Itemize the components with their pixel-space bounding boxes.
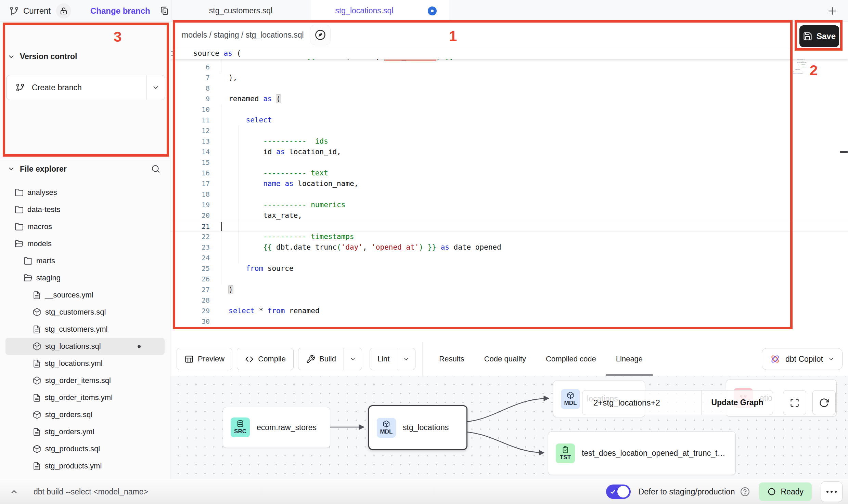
folder-open-icon — [24, 274, 33, 282]
file-item-stg_products.sql[interactable]: stg_products.sql — [5, 440, 165, 457]
file-icon — [33, 359, 41, 368]
fullscreen-button[interactable] — [783, 390, 806, 415]
code-rows: 5 select * from {{ source('ecom', 'raw_s… — [170, 48, 848, 327]
editor-pane: models / staging / stg_locations.sql Sav… — [170, 22, 848, 342]
build-button[interactable]: Build — [298, 348, 362, 370]
lineage-node-stg-locations[interactable]: MDL stg_locations — [368, 405, 467, 450]
file-item-stg_orders.sql[interactable]: stg_orders.sql — [5, 406, 165, 423]
toolbar-separator — [422, 342, 423, 376]
change-branch-link[interactable]: Change branch — [90, 6, 150, 16]
lint-dropdown[interactable] — [397, 348, 415, 370]
preview-button[interactable]: Preview — [177, 348, 232, 370]
chevron-up-icon[interactable] — [10, 487, 18, 496]
file-list: analysesdata-testsmacrosmodelsmartsstagi… — [0, 184, 170, 475]
version-control-header[interactable]: Version control — [8, 52, 77, 61]
lineage-node-test[interactable]: TST test_does_location_opened_at_trunc_t… — [548, 432, 736, 475]
branch-locked-pill — [56, 3, 71, 18]
status-badge[interactable]: Ready — [759, 482, 812, 501]
file-icon — [33, 394, 41, 402]
panel-tab-lineage[interactable]: Lineage — [616, 342, 643, 376]
compile-button[interactable]: Compile — [237, 348, 294, 370]
dbt-copilot-button[interactable]: dbt Copilot — [762, 348, 843, 370]
cube-icon — [383, 420, 390, 428]
create-branch-button[interactable]: Create branch — [6, 75, 165, 100]
file-item-stg_customers.sql[interactable]: stg_customers.sql — [5, 304, 165, 321]
lineage-controls-bar: 2+stg_locations+2 Update Graph — [582, 390, 773, 415]
check-icon — [609, 488, 616, 495]
file-item-stg_customers.yml[interactable]: stg_customers.yml — [5, 321, 165, 338]
file-item-analyses[interactable]: analyses — [5, 184, 165, 201]
folder-icon — [15, 222, 24, 231]
more-options-button[interactable] — [821, 481, 843, 502]
command-input[interactable]: dbt build --select <model_name> — [34, 487, 148, 496]
file-item-macros[interactable]: macros — [5, 218, 165, 235]
database-icon — [236, 420, 244, 427]
search-icon[interactable] — [151, 164, 160, 174]
help-icon[interactable] — [740, 487, 750, 497]
sidebar-divider — [0, 161, 170, 161]
panel-tab-compiled-code[interactable]: Compiled code — [546, 342, 596, 376]
lint-button[interactable]: Lint — [370, 348, 415, 370]
panel-resize-handle[interactable] — [840, 151, 848, 153]
node-label: ecom.raw_stores — [257, 423, 317, 432]
build-dropdown[interactable] — [344, 348, 362, 370]
unsaved-indicator-dot — [428, 6, 437, 15]
file-item-models[interactable]: models — [5, 235, 165, 252]
file-item-__sources.yml[interactable]: __sources.yml — [5, 287, 165, 304]
file-icon — [33, 325, 41, 334]
git-branch-icon — [15, 83, 25, 92]
folder-icon — [15, 188, 24, 197]
file-item-stg_order_items.yml[interactable]: stg_order_items.yml — [5, 389, 165, 406]
create-branch-label: Create branch — [32, 83, 82, 92]
defer-toggle[interactable] — [606, 485, 631, 499]
model-badge: MDL — [377, 418, 396, 438]
file-item-marts[interactable]: marts — [5, 252, 165, 269]
cube-icon — [33, 342, 41, 351]
table-icon — [184, 355, 194, 364]
circle-icon — [767, 487, 776, 496]
create-branch-dropdown[interactable] — [146, 75, 165, 100]
dbt-copilot-logo-icon — [770, 354, 781, 364]
lineage-canvas[interactable]: SRC ecom.raw_stores MDL stg_locations MD… — [170, 376, 848, 479]
chevron-down-icon — [828, 356, 835, 362]
file-explorer-header[interactable]: File explorer — [8, 164, 163, 174]
tab-stg-locations-sql[interactable]: stg_locations.sql — [310, 0, 449, 22]
file-item-stg_products.yml[interactable]: stg_products.yml — [5, 457, 165, 475]
panel-tabs: ResultsCode qualityCompiled codeLineage — [439, 342, 643, 376]
source-badge: SRC — [231, 417, 250, 437]
tab-stg-customers-sql[interactable]: stg_customers.sql — [171, 0, 310, 22]
branch-zone: Current Change branch — [0, 0, 171, 22]
file-item-stg_locations.sql[interactable]: stg_locations.sql — [5, 338, 165, 355]
top-bar: Current Change branch stg_customers.sql … — [0, 0, 848, 22]
new-tab-button[interactable] — [826, 5, 838, 17]
file-item-data-tests[interactable]: data-tests — [5, 201, 165, 218]
file-item-stg_locations.yml[interactable]: stg_locations.yml — [5, 355, 165, 372]
sidebar: Version control Create branch File explo… — [0, 22, 170, 479]
panel-tab-code-quality[interactable]: Code quality — [484, 342, 526, 376]
save-button[interactable]: Save — [799, 25, 839, 47]
refresh-button[interactable] — [812, 390, 836, 415]
status-bar: dbt build --select <model_name> Defer to… — [0, 479, 848, 504]
dbt-ide-window: Current Change branch stg_customers.sql … — [0, 0, 848, 504]
text-cursor — [221, 222, 222, 231]
save-icon — [803, 31, 812, 41]
file-item-stg_orders.yml[interactable]: stg_orders.yml — [5, 423, 165, 440]
lineage-selector-input[interactable]: 2+stg_locations+2 — [582, 398, 702, 408]
file-item-stg_order_items.sql[interactable]: stg_order_items.sql — [5, 372, 165, 389]
copy-icon[interactable] — [159, 6, 169, 16]
code-editor[interactable]: 5 select * from {{ source('ecom', 'raw_s… — [170, 48, 848, 342]
lineage-node-source[interactable]: SRC ecom.raw_stores — [223, 407, 330, 448]
file-explorer-title: File explorer — [20, 164, 67, 174]
chevron-down-icon — [8, 165, 15, 173]
update-graph-button[interactable]: Update Graph — [702, 390, 773, 415]
folder-icon — [24, 256, 33, 265]
test-badge: TST — [556, 443, 575, 463]
copilot-icon[interactable] — [310, 25, 331, 45]
current-branch-label: Current — [23, 6, 51, 16]
folder-open-icon — [15, 239, 24, 248]
modified-dot — [138, 345, 141, 348]
sticky-scroll-line: 3source as ( — [170, 48, 848, 59]
cube-icon — [33, 410, 41, 419]
file-item-staging[interactable]: staging — [5, 269, 165, 287]
panel-tab-results[interactable]: Results — [439, 342, 464, 376]
